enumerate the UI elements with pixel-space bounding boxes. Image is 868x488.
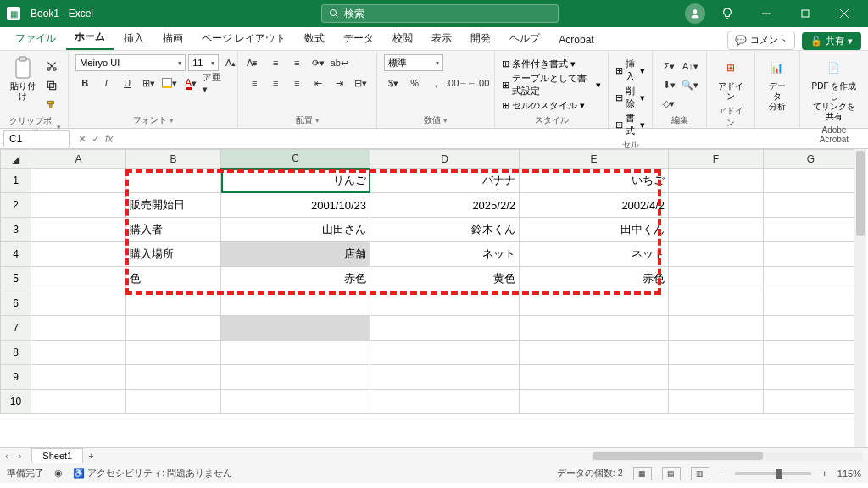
cell-G5[interactable] [764, 267, 859, 291]
align-bottom-button[interactable]: ≡ [287, 54, 306, 71]
increase-indent-button[interactable]: ⇥ [330, 75, 348, 92]
cell-F7[interactable] [669, 316, 764, 341]
select-all-corner[interactable]: ◢ [1, 150, 31, 169]
account-avatar[interactable] [685, 3, 705, 24]
minimize-button[interactable] [749, 0, 783, 27]
align-right-button[interactable]: ≡ [287, 75, 306, 92]
cell-C5[interactable]: 赤色 [221, 267, 370, 291]
cell-A10[interactable] [31, 390, 126, 414]
cell-G8[interactable] [764, 341, 859, 365]
dialog-launcher-icon[interactable]: ▾ [170, 116, 174, 125]
row-header-4[interactable]: 4 [1, 242, 31, 267]
sort-filter-button[interactable]: A↓▾ [681, 58, 699, 75]
lightbulb-button[interactable] [710, 0, 744, 27]
conditional-format-button[interactable]: ⊞ 条件付き書式 ▾ [502, 58, 576, 70]
cell-F9[interactable] [669, 365, 764, 390]
cell-A7[interactable] [31, 316, 126, 341]
cell-E3[interactable]: 田中くん [520, 218, 669, 242]
orientation-button[interactable]: ⟳▾ [309, 54, 327, 71]
cell-C8[interactable] [221, 341, 370, 365]
cell-E8[interactable] [520, 341, 669, 365]
cell-C3[interactable]: 山田さん [221, 218, 370, 242]
column-header-F[interactable]: F [669, 150, 764, 169]
format-as-table-button[interactable]: ⊞ テーブルとして書式設定 ▾ [502, 72, 601, 97]
font-color-button[interactable]: A▾ [181, 75, 200, 92]
row-header-5[interactable]: 5 [1, 267, 31, 291]
column-header-B[interactable]: B [126, 150, 221, 169]
cell-G10[interactable] [764, 390, 859, 414]
row-header-6[interactable]: 6 [1, 291, 31, 316]
cell-A8[interactable] [31, 341, 126, 365]
column-header-C[interactable]: C [221, 150, 370, 169]
share-button[interactable]: 🔓 共有 ▾ [802, 32, 861, 50]
cell-E10[interactable] [520, 390, 669, 414]
ribbon-tab-数式[interactable]: 数式 [296, 27, 333, 50]
zoom-out-button[interactable]: − [720, 469, 725, 479]
cell-E1[interactable]: いちご [520, 169, 669, 193]
cell-G1[interactable] [764, 169, 859, 193]
ribbon-tab-ホーム[interactable]: ホーム [66, 25, 114, 50]
close-button[interactable] [827, 0, 861, 27]
row-header-2[interactable]: 2 [1, 193, 31, 218]
search-box[interactable]: 検索 [321, 4, 559, 23]
fill-color-button[interactable]: ▾ [160, 75, 179, 92]
create-pdf-button[interactable]: 📄PDF を作成し てリンクを共有 [807, 54, 861, 124]
zoom-in-button[interactable]: + [821, 469, 826, 479]
decrease-decimal-button[interactable]: ←.00 [469, 75, 487, 92]
italic-button[interactable]: I [97, 75, 115, 92]
cell-B10[interactable] [126, 390, 221, 414]
page-layout-view-button[interactable]: ▤ [662, 467, 681, 480]
cell-F3[interactable] [669, 218, 764, 242]
page-break-view-button[interactable]: ▥ [691, 467, 709, 480]
borders-button[interactable]: ⊞▾ [139, 75, 158, 92]
cut-button[interactable] [42, 58, 61, 75]
cell-D8[interactable] [370, 341, 520, 365]
cancel-formula-icon[interactable]: ✕ [78, 133, 86, 145]
cell-E2[interactable]: 2002/4/2 [520, 193, 669, 218]
cell-G9[interactable] [764, 365, 859, 390]
decrease-indent-button[interactable]: ⇤ [309, 75, 327, 92]
ribbon-tab-ページ レイアウト[interactable]: ページ レイアウト [193, 27, 294, 50]
underline-button[interactable]: U [118, 75, 136, 92]
cell-E7[interactable] [520, 316, 669, 341]
cell-E5[interactable]: 赤色 [520, 267, 669, 291]
accounting-format-button[interactable]: $▾ [384, 75, 403, 92]
cell-A2[interactable] [31, 193, 126, 218]
format-painter-button[interactable] [42, 97, 61, 114]
cell-E6[interactable] [520, 291, 669, 316]
align-left-button[interactable]: ≡ [245, 75, 264, 92]
find-button[interactable]: 🔍▾ [681, 76, 699, 93]
ribbon-tab-挿入[interactable]: 挿入 [115, 27, 153, 50]
cell-B8[interactable] [126, 341, 221, 365]
cell-F5[interactable] [669, 267, 764, 291]
row-header-1[interactable]: 1 [1, 169, 31, 193]
insert-cells-button[interactable]: ⊞ 挿入 ▾ [615, 58, 645, 83]
ribbon-tab-校閲[interactable]: 校閲 [384, 27, 421, 50]
wrap-text-button[interactable]: ab↩ [330, 54, 348, 71]
grow-font-button[interactable]: A▴ [221, 54, 240, 71]
cell-F10[interactable] [669, 390, 764, 414]
formula-input[interactable] [118, 137, 868, 141]
format-cells-button[interactable]: ⊡ 書式 ▾ [615, 112, 645, 137]
cell-D6[interactable] [370, 291, 520, 316]
cell-B9[interactable] [126, 365, 221, 390]
cell-D2[interactable]: 2025/2/2 [370, 193, 520, 218]
sheet-tab[interactable]: Sheet1 [31, 448, 83, 463]
clear-button[interactable]: ◇▾ [659, 95, 678, 112]
cell-B7[interactable] [126, 316, 221, 341]
cell-B4[interactable]: 購入場所 [126, 242, 221, 267]
cell-F6[interactable] [669, 291, 764, 316]
cell-C10[interactable] [221, 390, 370, 414]
cell-A3[interactable] [31, 218, 126, 242]
cell-G7[interactable] [764, 316, 859, 341]
column-header-E[interactable]: E [520, 150, 669, 169]
dialog-launcher-icon[interactable]: ▾ [443, 116, 448, 125]
cell-B1[interactable] [126, 169, 221, 193]
cell-B5[interactable]: 色 [126, 267, 221, 291]
ribbon-tab-開発[interactable]: 開発 [462, 27, 499, 50]
cell-B3[interactable]: 購入者 [126, 218, 221, 242]
horizontal-scrollbar[interactable] [592, 451, 863, 461]
cell-G6[interactable] [764, 291, 859, 316]
analyze-data-button[interactable]: 📊データ 分析 [762, 54, 793, 114]
cell-A5[interactable] [31, 267, 126, 291]
